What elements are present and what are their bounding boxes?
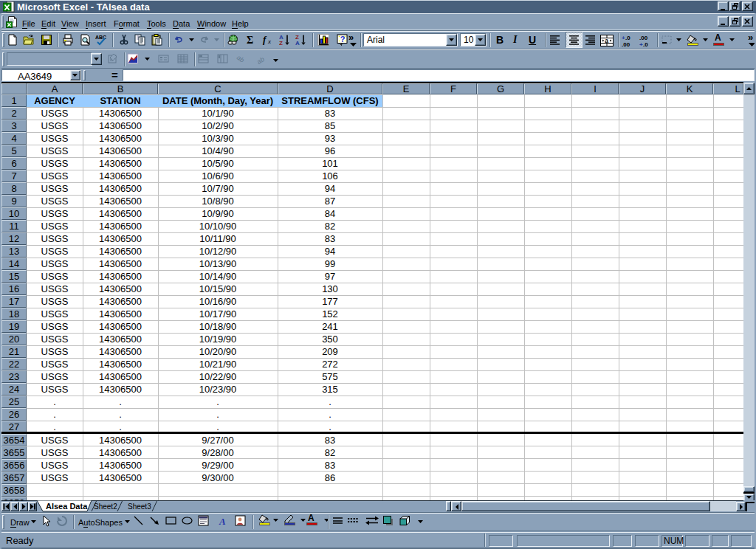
svg-text:.00: .00	[622, 41, 630, 47]
svg-text:.0: .0	[643, 41, 648, 47]
svg-text:.00: .00	[639, 35, 648, 41]
svg-text:A: A	[295, 40, 300, 46]
svg-text:A: A	[219, 516, 226, 527]
svg-text:Alsea Data: Alsea Data	[46, 502, 88, 511]
svg-text:Sheet3: Sheet3	[128, 503, 151, 511]
svg-text:a: a	[605, 37, 608, 44]
svg-text:f: f	[263, 34, 267, 45]
svg-text:Z: Z	[279, 40, 283, 46]
svg-text:.0: .0	[625, 35, 630, 41]
svg-text:ab: ab	[236, 54, 246, 64]
svg-text:ab: ab	[255, 55, 266, 65]
svg-text:Sheet2: Sheet2	[94, 503, 117, 511]
svg-text:?: ?	[340, 35, 346, 44]
svg-text:x: x	[267, 38, 271, 45]
svg-text:Σ: Σ	[247, 35, 253, 46]
